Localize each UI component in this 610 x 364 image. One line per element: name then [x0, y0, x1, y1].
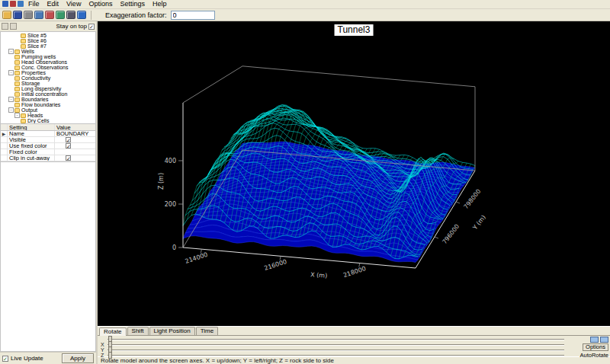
- tab-rotate[interactable]: Rotate: [99, 327, 127, 336]
- stay-on-top-checkbox[interactable]: ✓: [88, 24, 95, 30]
- tree-item[interactable]: Slice #7: [1, 43, 95, 49]
- collapse-all-icon[interactable]: [10, 23, 17, 30]
- tab-time[interactable]: Time: [196, 327, 218, 335]
- tab-light-position[interactable]: Light Position: [149, 327, 195, 335]
- setting-name: Visible: [8, 137, 55, 142]
- tree-item[interactable]: Initial concentration: [1, 91, 95, 97]
- menu-settings[interactable]: Settings: [116, 0, 149, 8]
- grid-value-header: Value: [55, 124, 95, 130]
- print-icon[interactable]: [24, 11, 33, 19]
- folder-icon: [14, 71, 20, 75]
- setting-value[interactable]: BOUNDARY: [55, 131, 95, 136]
- live-update-checkbox[interactable]: ✓: [2, 356, 8, 362]
- tree-item-label: Conc. Observations: [21, 65, 68, 70]
- settings-grid-row[interactable]: Visible✓: [1, 137, 95, 143]
- tree-item[interactable]: Storage: [1, 81, 95, 86]
- options-button[interactable]: Options: [583, 343, 608, 351]
- 3d-viewport[interactable]: 0200400Z (m)214000216000218000X (m)79600…: [98, 21, 610, 326]
- model-icon[interactable]: [10, 1, 16, 7]
- tree-expander-icon[interactable]: -: [8, 70, 14, 75]
- help-icon[interactable]: [77, 11, 86, 19]
- menu-edit[interactable]: Edit: [43, 0, 63, 8]
- tree-item[interactable]: Conductivity: [1, 75, 95, 81]
- main-slider[interactable]: [108, 338, 564, 340]
- setting-value[interactable]: ✓: [55, 137, 95, 142]
- setting-name: Name: [8, 131, 55, 136]
- model-tree: Slice #5Slice #6Slice #7-WellsPumping we…: [0, 31, 96, 124]
- tree-item[interactable]: -Output: [1, 107, 95, 113]
- tree-item-label: Storage: [21, 81, 40, 86]
- setting-value[interactable]: ✓: [55, 155, 95, 161]
- tree-item[interactable]: Pumping wells: [1, 54, 95, 59]
- tab-shift[interactable]: Shift: [127, 327, 149, 335]
- view-icon[interactable]: [18, 1, 24, 7]
- capture-button[interactable]: [590, 337, 599, 343]
- tree-item[interactable]: Slice #6: [1, 38, 95, 43]
- tree-item-label: Slice #7: [27, 43, 47, 49]
- tree-item[interactable]: Dry Cells: [1, 118, 95, 123]
- folder-icon: [14, 49, 20, 54]
- tree-expander-icon[interactable]: -: [14, 113, 20, 118]
- toolbar: Exaggeration factor:: [0, 9, 610, 21]
- tree-item[interactable]: Conc. Observations: [1, 65, 95, 70]
- reset-view-button[interactable]: [600, 337, 608, 343]
- value-checkbox[interactable]: ✓: [66, 143, 71, 148]
- app-icon[interactable]: [2, 1, 8, 7]
- axis-tick-label: 200: [165, 201, 176, 208]
- tree-expander-icon[interactable]: -: [8, 97, 14, 102]
- tree-item[interactable]: -Wells: [1, 49, 95, 54]
- settings-grid-row[interactable]: Use fixed color✓: [1, 143, 95, 149]
- axis-tick-label: X (m): [310, 271, 328, 279]
- palette-icon[interactable]: [45, 11, 54, 19]
- plot-title[interactable]: Tunnel3: [335, 24, 374, 36]
- application-window: FileEditViewOptionsSettingsHelp Exaggera…: [0, 0, 610, 364]
- camera-icon[interactable]: [66, 11, 75, 19]
- slider-thumb[interactable]: [108, 352, 112, 359]
- tree-item-label: Slice #5: [27, 33, 47, 38]
- menu-bar: FileEditViewOptionsSettingsHelp: [0, 0, 610, 9]
- menu-view[interactable]: View: [63, 0, 85, 8]
- menu-options[interactable]: Options: [85, 0, 116, 8]
- folder-icon: [14, 76, 20, 81]
- tree-item[interactable]: Flow boundaries: [1, 102, 95, 107]
- copy-icon[interactable]: [34, 11, 43, 19]
- apply-button[interactable]: Apply: [62, 353, 94, 363]
- setting-value[interactable]: [55, 149, 95, 155]
- grid-icon[interactable]: [56, 11, 65, 19]
- expand-all-icon[interactable]: [2, 23, 8, 30]
- settings-grid-row[interactable]: Fixed color: [1, 149, 95, 155]
- folder-icon: [21, 34, 26, 38]
- tree-item[interactable]: -Properties: [1, 70, 95, 75]
- save-icon[interactable]: [13, 11, 22, 19]
- value-checkbox[interactable]: ✓: [66, 137, 71, 142]
- surface-plot[interactable]: 0200400Z (m)214000216000218000X (m)79600…: [98, 21, 610, 326]
- property-panel-empty-area: [0, 162, 96, 352]
- autorotate-button[interactable]: AutoRotate: [580, 352, 608, 359]
- setting-value[interactable]: ✓: [55, 143, 95, 148]
- tree-expander-icon[interactable]: -: [8, 49, 14, 54]
- tree-item[interactable]: -Boundaries: [1, 97, 95, 102]
- main-slider-row: [101, 337, 564, 342]
- axis-tick-label: Z (m): [158, 173, 165, 190]
- tree-item[interactable]: Long dispersivity: [1, 86, 95, 91]
- tree-item[interactable]: -Heads: [1, 113, 95, 118]
- row-selector: ▶: [1, 131, 8, 136]
- settings-grid-row[interactable]: ▶NameBOUNDARY: [1, 131, 95, 137]
- slider-x[interactable]: [108, 343, 564, 346]
- menu-bar-icons: [2, 1, 24, 8]
- tree-item-label: Properties: [21, 70, 46, 75]
- tree-item-label: Long dispersivity: [21, 86, 61, 91]
- tree-expander-icon[interactable]: -: [8, 107, 14, 113]
- slider-y[interactable]: [108, 349, 564, 351]
- value-checkbox[interactable]: ✓: [66, 155, 71, 161]
- menu-file[interactable]: File: [24, 0, 43, 8]
- viewport-column: 0200400Z (m)214000216000218000X (m)79600…: [98, 21, 610, 364]
- axis-tick-label: 0: [172, 244, 176, 251]
- slider-z[interactable]: [108, 354, 564, 356]
- tree-item[interactable]: Head Observations: [1, 59, 95, 65]
- exaggeration-factor-input[interactable]: [171, 11, 215, 20]
- menu-help[interactable]: Help: [149, 0, 171, 8]
- tree-item[interactable]: Slice #5: [1, 33, 95, 38]
- open-folder-icon[interactable]: [2, 11, 11, 19]
- settings-grid-row[interactable]: Clip in cut-away✓: [1, 155, 95, 161]
